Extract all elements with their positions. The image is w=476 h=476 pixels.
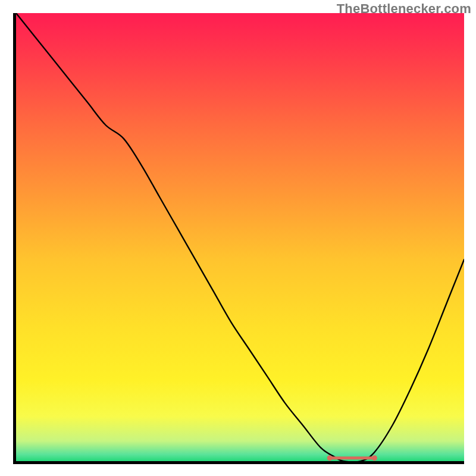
svg-point-2: [372, 455, 377, 461]
chart-frame: [13, 13, 464, 464]
chart-background-gradient: [16, 13, 464, 461]
chart-svg: [16, 13, 464, 461]
svg-point-1: [327, 455, 333, 461]
x-axis-line: [13, 461, 464, 464]
chart-plot-area: [16, 13, 464, 461]
watermark-text: TheBottlenecker.com: [337, 1, 471, 17]
